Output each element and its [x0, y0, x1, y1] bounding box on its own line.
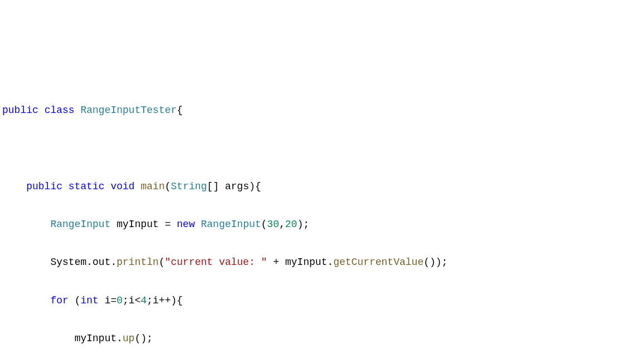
number-literal: 20 — [285, 219, 298, 230]
paren: ( — [261, 219, 267, 230]
keyword-public: public — [2, 105, 38, 116]
var-type: RangeInput — [50, 219, 110, 230]
keyword-void: void — [110, 181, 134, 192]
keyword-static: static — [69, 181, 105, 192]
keyword-for: for — [50, 295, 68, 306]
system-out: System.out. — [50, 257, 116, 268]
close: ()); — [423, 257, 447, 268]
code-line: RangeInput myInput = new RangeInput(30,2… — [2, 215, 643, 234]
param-type: String — [171, 181, 207, 192]
keyword-public: public — [26, 181, 62, 192]
blank-line — [2, 139, 643, 158]
brackets: [] — [207, 181, 219, 192]
keyword-class: class — [45, 105, 75, 116]
paren: ( — [165, 181, 171, 192]
cond: ;i< — [123, 295, 140, 306]
number-literal: 30 — [267, 219, 279, 230]
assign: = — [159, 219, 177, 230]
number-literal: 4 — [140, 295, 147, 306]
concat: + myInput. — [267, 257, 333, 268]
brace-open: { — [177, 105, 183, 116]
number-literal: 0 — [116, 295, 123, 306]
method-name: main — [141, 181, 165, 192]
param-name: args — [225, 181, 249, 192]
paren: ( — [69, 295, 81, 306]
code-line: public static void main(String[] args){ — [2, 177, 643, 196]
getter-call: getCurrentValue — [333, 257, 423, 268]
init: i= — [99, 295, 116, 306]
code-line: myInput.up(); — [2, 329, 643, 348]
code-line: System.out.println("current value: " + m… — [2, 253, 643, 272]
var-name: myInput — [116, 219, 159, 230]
comma: , — [279, 219, 285, 230]
string-literal: "current value: " — [165, 257, 267, 268]
code-line: public class RangeInputTester{ — [2, 101, 643, 120]
ctor-name: RangeInput — [201, 219, 261, 230]
keyword-int: int — [80, 295, 98, 306]
class-name: RangeInputTester — [80, 105, 177, 116]
close: ); — [297, 219, 309, 230]
method-call: up — [123, 333, 135, 344]
code-line: for (int i=0;i<4;i++){ — [2, 291, 643, 310]
println-call: println — [116, 257, 159, 268]
keyword-new: new — [177, 219, 194, 230]
obj-ref: myInput. — [75, 333, 123, 344]
iter: ;i++){ — [147, 295, 183, 306]
close: (); — [135, 333, 153, 344]
code-block: public class RangeInputTester{ public st… — [0, 82, 643, 364]
paren: ( — [159, 257, 165, 268]
paren-brace: ){ — [249, 181, 261, 192]
